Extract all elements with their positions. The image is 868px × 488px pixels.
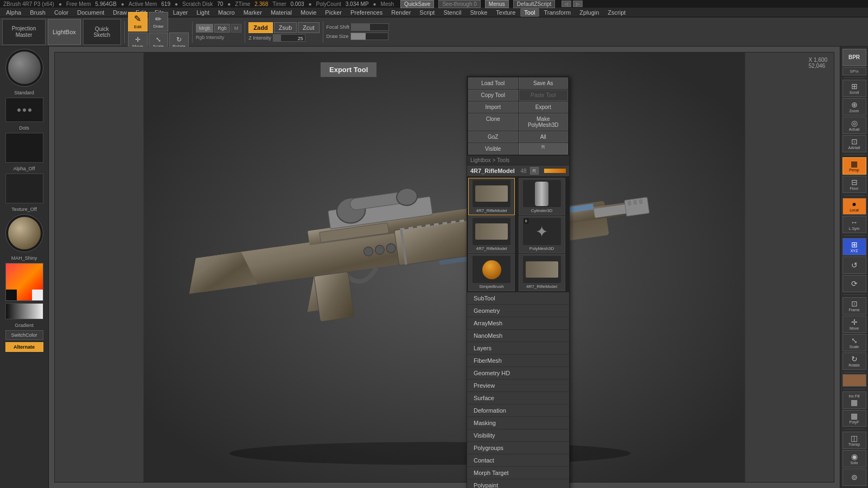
menu-zplugin[interactable]: Zplugin <box>576 8 603 17</box>
gradient-preview[interactable] <box>5 303 43 319</box>
extra-btn[interactable]: ⊚ <box>843 468 866 486</box>
thumb-polymesh[interactable]: ✦ 8 PolyMesh3D <box>519 216 565 253</box>
make-polymesh3d-button[interactable]: Make PolyMesh3D <box>519 113 569 131</box>
seethrough-button[interactable]: See-through 0 <box>438 0 480 8</box>
dots-preview[interactable] <box>5 98 43 122</box>
polyf-button[interactable]: ▦ PolyF <box>843 410 866 427</box>
menu-item-nanomesh[interactable]: NanoMesh <box>467 330 569 342</box>
quicksave-button[interactable]: QuickSave <box>400 0 434 8</box>
spix-button[interactable]: SPix <box>843 67 866 75</box>
model-r-badge[interactable]: R <box>530 167 539 175</box>
aahalf-button[interactable]: ⊡ AAHalf <box>843 135 866 152</box>
defaultzscript-button[interactable]: DefaultZScript <box>513 0 555 8</box>
menu-item-deformation[interactable]: Deformation <box>467 404 569 417</box>
brush-preview[interactable] <box>5 49 43 87</box>
menu-item-preview[interactable]: Preview <box>467 380 569 392</box>
menu-item-polypaint[interactable]: Polypaint <box>467 479 569 488</box>
menu-item-visibility[interactable]: Visibility <box>467 429 569 442</box>
menu-stencil[interactable]: Stencil <box>439 8 465 17</box>
zsub-button[interactable]: Zsub <box>274 22 297 33</box>
menu-alpha[interactable]: Alpha <box>2 8 25 17</box>
visible-button[interactable]: Visible <box>468 143 518 155</box>
menu-render[interactable]: Render <box>387 8 414 17</box>
zadd-button[interactable]: Zadd <box>248 22 272 33</box>
menu-transform[interactable]: Transform <box>540 8 575 17</box>
paste-tool-button[interactable]: Paste Tool <box>519 89 569 101</box>
menu-item-layers[interactable]: Layers <box>467 342 569 355</box>
projection-master-button[interactable]: ProjectionMaster <box>2 19 46 45</box>
rotate-btn-right[interactable]: ↻ Rotate <box>843 352 866 370</box>
load-tool-button[interactable]: Load Tool <box>468 78 518 89</box>
copy-tool-button[interactable]: Copy Tool <box>468 89 518 101</box>
thumb-simplebrush[interactable]: SimpleBrush <box>468 254 515 291</box>
save-as-button[interactable]: Save As <box>519 78 569 89</box>
menus-button[interactable]: Menus <box>485 0 509 8</box>
menu-material[interactable]: Material <box>267 8 296 17</box>
bpr-button[interactable]: BPR <box>843 49 866 66</box>
menu-color[interactable]: Color <box>50 8 72 17</box>
clone-button[interactable]: Clone <box>468 113 518 131</box>
thumb-rifle-3[interactable]: 4R7_RifleModel <box>519 254 565 291</box>
import-button[interactable]: Import <box>468 101 518 113</box>
menu-picker[interactable]: Picker <box>321 8 346 17</box>
lightbox-button[interactable]: LightBox <box>48 19 81 45</box>
material-slot[interactable] <box>843 374 866 386</box>
all-button[interactable]: All <box>519 131 569 143</box>
export-button[interactable]: Export <box>519 101 569 113</box>
m-button[interactable]: M <box>231 24 242 33</box>
snap-button[interactable]: ↺ <box>843 256 866 274</box>
menu-item-geometry[interactable]: Geometry <box>467 305 569 317</box>
goz-button[interactable]: GoZ <box>468 131 518 143</box>
menu-item-fibermesh[interactable]: FiberMesh <box>467 355 569 367</box>
menu-item-arraymesh[interactable]: ArrayMesh <box>467 317 569 330</box>
scale-btn-right[interactable]: ⤡ Scale <box>843 334 866 351</box>
menu-preferences[interactable]: Preferences <box>347 8 386 17</box>
zoom-button[interactable]: ⊕ Zoom <box>843 98 866 115</box>
snap2-button[interactable]: ⟳ <box>843 275 866 292</box>
lsym-button[interactable]: ↔ L.Sym <box>843 216 866 233</box>
menu-stroke[interactable]: Stroke <box>466 8 491 17</box>
menu-tool[interactable]: Tool <box>520 8 539 17</box>
menu-brush[interactable]: Brush <box>26 8 49 17</box>
r-button[interactable]: R <box>519 143 569 155</box>
menu-light[interactable]: Light <box>193 8 213 17</box>
ins-fill-button[interactable]: Ins Fill ▦ <box>843 391 866 409</box>
thumb-rifle-2[interactable]: 4R7_RifleModel <box>468 216 515 253</box>
menu-item-polygroups[interactable]: Polygroups <box>467 442 569 454</box>
menu-script[interactable]: Script <box>416 8 438 17</box>
menu-item-surface[interactable]: Surface <box>467 392 569 404</box>
menu-item-contact[interactable]: Contact <box>467 454 569 467</box>
thumb-cylinder[interactable]: Cylinder3D <box>519 178 565 215</box>
menu-marker[interactable]: Marker <box>240 8 266 17</box>
menu-item-geometryhd[interactable]: Geometry HD <box>467 367 569 380</box>
alpha-off-preview[interactable] <box>5 133 43 163</box>
transp-button[interactable]: ◫ Transp <box>843 432 866 449</box>
thumb-rifle-1[interactable]: 4R7_RifleModel <box>468 178 515 215</box>
menu-zscript[interactable]: Zscript <box>604 8 629 17</box>
frame-button[interactable]: ⊡ Frame <box>843 297 866 314</box>
scroll-button[interactable]: ⊞ Scroll <box>843 80 866 97</box>
menu-document[interactable]: Document <box>73 8 108 17</box>
rgb-button[interactable]: Rgb <box>214 24 230 33</box>
solo-button[interactable]: ◉ Solo <box>843 450 866 467</box>
top-icon-1[interactable]: ◁ <box>561 1 571 7</box>
zcut-button[interactable]: Zcut <box>298 22 319 33</box>
menu-item-masking[interactable]: Masking <box>467 417 569 429</box>
persp-button[interactable]: ▦ Persp <box>843 157 866 175</box>
menu-item-morphtarget[interactable]: Morph Target <box>467 467 569 479</box>
draw-button[interactable]: ✏ Draw <box>149 12 168 31</box>
mrgb-button[interactable]: Mrgb <box>196 24 214 33</box>
menu-movie[interactable]: Movie <box>297 8 320 17</box>
menu-macro[interactable]: Macro <box>214 8 239 17</box>
menu-item-subtool[interactable]: SubTool <box>467 292 569 305</box>
top-icon-2[interactable]: ▷ <box>573 1 583 7</box>
floor-button[interactable]: ⊟ Floor <box>843 176 866 193</box>
z-intensity-slider[interactable]: 25 <box>273 34 305 42</box>
edit-button[interactable]: ✎ Edit <box>128 12 148 31</box>
move-btn-right[interactable]: ✛ Move <box>843 316 866 333</box>
menu-texture[interactable]: Texture <box>492 8 519 17</box>
texture-off-preview[interactable] <box>5 174 43 203</box>
local-button[interactable]: ● Local <box>843 198 866 215</box>
quick-sketch-button[interactable]: QuickSketch <box>83 19 121 45</box>
actual-button[interactable]: ◎ Actual <box>843 117 866 134</box>
